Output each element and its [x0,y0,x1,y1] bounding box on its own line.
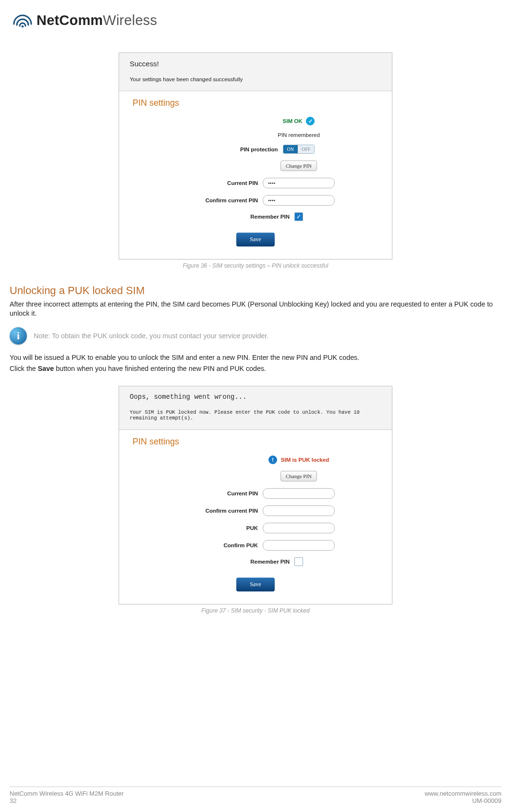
paragraph-save-instruction: Click the Save button when you have fini… [10,364,501,373]
section-heading: Unlocking a PUK locked SIM [10,284,501,297]
sim-status-text: SIM is PUK locked [281,457,329,463]
banner-title: Success! [130,60,381,68]
pin-remembered-text: PIN remembered [278,132,320,138]
remember-pin-checkbox[interactable]: ✓ [294,212,303,221]
label-puk: PUK [176,525,258,531]
figure-37-caption: Figure 37 - SIM security - SIM PUK locke… [201,607,309,614]
footer-product: NetComm Wireless 4G WiFi M2M Router [10,790,124,797]
panel-title: PIN settings [133,437,378,447]
svg-point-0 [22,25,24,27]
remember-pin-checkbox[interactable] [294,557,303,566]
sim-status-text: SIM OK [283,118,303,124]
current-pin-input[interactable]: •••• [263,178,335,188]
label-remember-pin: Remember PIN [208,559,290,565]
screenshot-pin-success: Success! Your settings have been changed… [119,52,392,259]
pin-protection-toggle[interactable]: ON OFF [283,145,315,154]
footer-page-number: 32 [10,797,124,804]
wifi-arc-icon [12,13,33,28]
label-current-pin: Current PIN [176,180,258,186]
change-pin-button[interactable]: Change PIN [280,471,317,481]
banner-body: Your SIM is PUK locked now. Please enter… [130,409,381,421]
puk-input[interactable] [263,523,335,533]
error-banner: Oops, something went wrong... Your SIM i… [119,386,392,430]
banner-title: Oops, something went wrong... [130,393,381,401]
screenshot-puk-locked: Oops, something went wrong... Your SIM i… [119,386,392,604]
panel-title: PIN settings [133,98,378,108]
label-confirm-current-pin: Confirm current PIN [176,508,258,514]
success-banner: Success! Your settings have been changed… [119,53,392,91]
confirm-puk-input[interactable] [263,540,335,551]
label-current-pin: Current PIN [176,491,258,496]
save-button[interactable]: Save [236,233,274,246]
footer-url: www.netcommwireless.com [425,790,501,797]
label-confirm-puk: Confirm PUK [176,542,258,548]
figure-36: Success! Your settings have been changed… [10,52,501,269]
check-icon: ✓ [306,117,315,125]
info-note: i Note: To obtain the PUK unlock code, y… [10,327,501,344]
note-text: Note: To obtain the PUK unlock code, you… [34,332,268,340]
change-pin-button[interactable]: Change PIN [280,160,317,171]
paragraph-puk-issue: You will be issued a PUK to enable you t… [10,353,501,362]
brand-wordmark: NetCommWireless [36,12,157,28]
label-confirm-current-pin: Confirm current PIN [176,197,258,203]
figure-36-caption: Figure 36 - SIM security settings – PIN … [183,262,328,269]
label-remember-pin: Remember PIN [208,214,290,220]
confirm-current-pin-input[interactable] [263,505,335,516]
current-pin-input[interactable] [263,488,335,499]
confirm-current-pin-input[interactable]: •••• [263,195,335,206]
figure-37: Oops, something went wrong... Your SIM i… [10,386,501,614]
info-icon: i [10,327,27,344]
brand-logo: NetCommWireless [10,12,501,28]
footer-doc-id: UM-00009 [425,797,501,804]
banner-body: Your settings have been changed successf… [130,76,381,82]
paragraph-intro: After three incorrect attempts at enteri… [10,300,501,319]
save-button[interactable]: Save [236,578,274,591]
label-pin-protection: PIN protection [196,147,278,152]
page-footer: NetComm Wireless 4G WiFi M2M Router 32 w… [10,787,501,804]
alert-icon: ! [268,455,277,464]
